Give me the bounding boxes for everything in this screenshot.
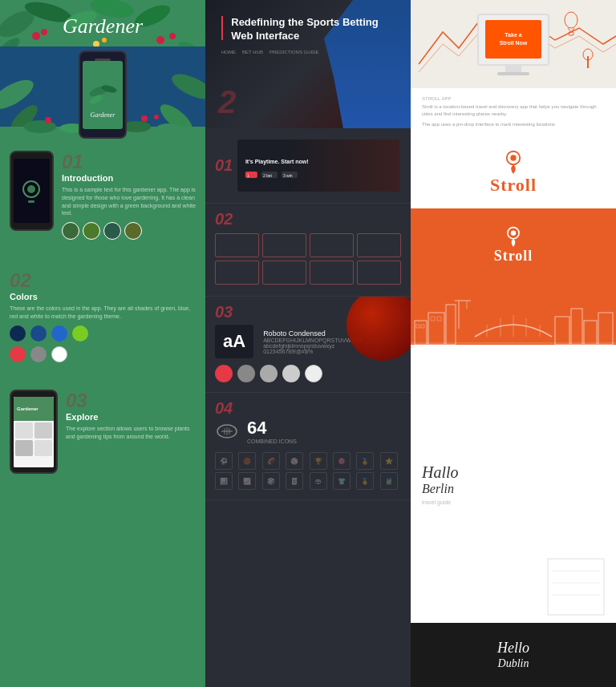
hello-text: Hello (497, 640, 529, 657)
center-section-04: 04 64 COMBINED ICONS ⚽ 🏀 🏈 ⚾ 🏆 🎯 🏅 ⭐ (205, 393, 411, 500)
wireframe-7 (310, 261, 354, 285)
dublin-word: Dublin (498, 657, 529, 669)
wireframe-8 (357, 261, 401, 285)
avatar-2 (83, 222, 100, 240)
color-swatch-1 (10, 325, 26, 341)
screen-preview-svg: It's Playtime. Start now! 1 2 bet 3 win (237, 139, 401, 192)
section-01-phone (10, 151, 54, 255)
icon-cell-13: 🏟 (310, 472, 327, 490)
wireframe-3 (310, 233, 354, 257)
icon-count: 64 (247, 418, 266, 438)
screen-preview: It's Playtime. Start now! 1 2 bet 3 win (237, 139, 401, 192)
svg-point-54 (510, 155, 516, 160)
svg-rect-31 (28, 200, 34, 203)
color-swatch-7 (51, 346, 67, 362)
section-01-title: Introduction (62, 173, 196, 183)
color-swatches-row2 (10, 346, 196, 362)
center-section-03: 03 aA Roboto Condensed ABCDEFGHIJKLMNOPQ… (205, 297, 411, 393)
center-s2-num: 02 (215, 210, 401, 228)
svg-point-23 (45, 117, 51, 123)
berlin-word: Berlin (422, 482, 454, 495)
icon-cell-12: 🃏 (286, 472, 303, 490)
icon-cell-10: 📈 (238, 472, 256, 490)
hello-dublin-text-block: Hello Dublin (497, 640, 529, 670)
monitor-text-content: Take a Stroll Now (500, 31, 528, 47)
gardener-header: Gardener (0, 0, 205, 46)
city-skyline-svg (411, 297, 616, 345)
svg-rect-51 (587, 56, 589, 68)
icon-cell-4: ⚾ (286, 452, 303, 470)
jersey-number-bg: 2 (218, 84, 236, 120)
stroll-info-block: STROLL APP Stroll is a location-based tr… (411, 88, 616, 136)
section-01: 01 Introduction This is a sample text fo… (0, 143, 205, 263)
icon-count-block: 64 COMBINED ICONS (247, 418, 297, 444)
palette-5 (305, 365, 322, 382)
dublin-text: Dublin (497, 657, 529, 670)
gardener-phone-hero: Gardener (79, 51, 127, 139)
icon-count-label: COMBINED ICONS (247, 438, 297, 444)
stroll-logo-section: Stroll (411, 136, 616, 208)
svg-point-25 (154, 115, 159, 119)
center-hero: Redefining the Sports Betting Web Interf… (205, 0, 411, 128)
font-sample-nums: 0123456789!@#$% (263, 349, 362, 354)
color-swatch-5 (10, 346, 26, 362)
hello-dublin-block: Hello Dublin (411, 623, 616, 687)
info-label-small: STROLL APP (422, 96, 605, 101)
stroll-orange-block: Stroll (411, 208, 616, 281)
gardener-title: Gardener (16, 14, 189, 38)
palette-1 (215, 365, 233, 382)
icon-cell-7: 🏅 (356, 452, 374, 470)
center-section-02: 02 (205, 204, 411, 297)
stroll-info-text-2: The app uses a pin-drop interface to mar… (422, 121, 605, 128)
hallo-text: Hallo (422, 463, 459, 482)
gardener-hero: Gardener (0, 46, 205, 143)
icon-cell-5: 🏆 (310, 452, 327, 470)
hero-content: Redefining the Sports Betting Web Interf… (205, 0, 411, 71)
avatar-3 (103, 222, 121, 240)
font-sample-lower: abcdefghijklmnopqrstuvwxyz (263, 343, 362, 349)
palette-3 (260, 365, 278, 382)
section-01-header: 01 It's Playtime. Start now! (215, 135, 401, 196)
hero-title: Redefining the Sports Betting Web Interf… (231, 16, 395, 43)
paper-sketch-bg (544, 555, 608, 619)
section-03-title: Explore (66, 412, 196, 422)
stroll-brand-text: Stroll (490, 175, 537, 196)
font-sample: ABCDEFGHIJKLMNOPQRSTUVWXYZ (263, 337, 362, 343)
wireframe-4 (357, 233, 401, 257)
section-01-num: 01 (62, 151, 196, 173)
phone-screen-label: Gardener (91, 111, 116, 119)
section-02-num: 02 (10, 269, 196, 292)
svg-point-22 (156, 123, 180, 133)
center-section-01: 01 It's Playtime. Start now! (205, 128, 411, 204)
stroll-info-text: Stroll is a location-based travel and di… (422, 103, 605, 118)
section-03-phone: Gardener (10, 390, 58, 497)
svg-point-56 (511, 230, 516, 235)
stroll-orange-brand: Stroll (494, 248, 533, 265)
stroll-city-block (411, 281, 616, 345)
section-03-num: 03 (66, 390, 196, 412)
wireframe-6 (262, 261, 306, 285)
center-s3-num: 03 (215, 303, 401, 321)
section-01-text: 01 Introduction This is a sample text fo… (62, 151, 196, 255)
color-swatch-3 (51, 325, 67, 341)
monitor-mockup: Take a Stroll Now (477, 14, 549, 75)
avatar-1 (62, 222, 79, 240)
type-aA-label: aA (215, 325, 253, 358)
hallo-word: Hallo (422, 463, 459, 481)
section-03-text: 03 Explore The explore section allows us… (66, 390, 196, 497)
monitor-line2: Stroll Now (500, 40, 528, 46)
icon-cell-3: 🏈 (262, 452, 280, 470)
phone-screen-leaf (87, 71, 119, 111)
icon-cell-2: 🏀 (238, 452, 256, 470)
svg-point-30 (27, 185, 35, 193)
svg-rect-78 (548, 559, 604, 615)
explore-phone-header-text: Gardener (17, 406, 38, 411)
color-swatch-4 (72, 325, 88, 341)
section-03: Gardener 03 Explore (0, 383, 205, 503)
stroll-pin-icon (502, 149, 525, 175)
palette-4 (282, 365, 300, 382)
avatar-circles (62, 222, 196, 240)
color-swatch-2 (30, 325, 47, 341)
section-01-body: This is a sample text for this gardener … (62, 186, 196, 217)
svg-text:2 bet: 2 bet (263, 173, 273, 178)
